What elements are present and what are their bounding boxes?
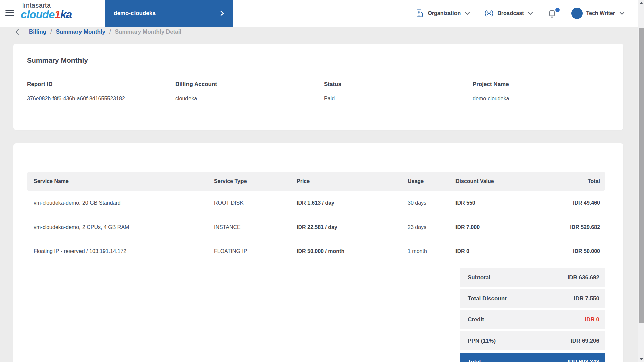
totals-row-grand-total: Total IDR 698.348 [460, 353, 605, 362]
chevron-down-icon [528, 12, 533, 15]
cell-total: IDR 50.000 [536, 248, 600, 254]
field-value: demo-cloudeka [473, 96, 621, 102]
brand-cloudeka: cloude1ka [21, 9, 72, 20]
field-label: Billing Account [175, 81, 324, 88]
cell-service-name: Floating IP - reserved / 103.191.14.172 [34, 248, 214, 254]
column-header-total: Total [536, 178, 600, 184]
totals-value: IDR 636.692 [568, 274, 599, 281]
brand-lintasarta: lintasarta [21, 2, 72, 9]
table-row: vm-cloudeka-demo, 20 GB Standard ROOT DI… [27, 191, 605, 215]
breadcrumb-summary-monthly[interactable]: Summary Monthly [56, 28, 105, 35]
cell-total: IDR 529.682 [536, 224, 600, 230]
totals-label: Total Discount [468, 295, 507, 302]
notification-bell-button[interactable] [547, 8, 557, 18]
table-header-row: Service Name Service Type Price Usage Di… [27, 172, 605, 191]
cell-usage: 30 days [408, 200, 455, 206]
column-header-usage: Usage [408, 178, 455, 184]
column-header-service-type: Service Type [214, 178, 297, 184]
totals-label: PPN (11%) [468, 338, 496, 344]
totals-row-credit: Credit IDR 0 [460, 310, 605, 329]
organization-building-icon [415, 9, 424, 18]
totals-label: Total [468, 359, 481, 362]
organization-label: Organization [428, 10, 461, 16]
billing-detail-card: Service Name Service Type Price Usage Di… [13, 143, 623, 362]
totals-row-ppn: PPN (11%) IDR 69.206 [460, 331, 605, 350]
cell-service-name: vm-cloudeka-demo, 20 GB Standard [34, 200, 214, 206]
summary-fields: Report ID 376e082b-f8f6-436b-a60f-8d1655… [27, 81, 621, 102]
scrollbar-thumb[interactable] [639, 28, 644, 323]
user-avatar [571, 8, 583, 19]
notification-badge-dot [555, 8, 560, 12]
services-table: Service Name Service Type Price Usage Di… [27, 172, 605, 263]
cell-price: IDR 1.613 / day [297, 200, 408, 206]
totals-summary: Subtotal IDR 636.692 Total Discount IDR … [460, 268, 605, 362]
field-label: Project Name [473, 81, 621, 88]
totals-value: IDR 698.348 [568, 359, 599, 362]
chevron-right-icon [220, 10, 224, 16]
chevron-down-icon [619, 12, 625, 15]
app-header: lintasarta cloude1ka demo-cloudeka [0, 0, 644, 27]
organization-menu[interactable]: Organization [415, 9, 470, 18]
field-status: Status Paid [324, 81, 473, 102]
field-label: Status [324, 81, 473, 88]
breadcrumb-billing[interactable]: Billing [29, 28, 46, 35]
back-button[interactable] [15, 28, 23, 36]
totals-value: IDR 69.206 [571, 338, 599, 344]
user-menu[interactable]: Tech Writer [571, 8, 625, 19]
page-title: Summary Monthly [27, 56, 88, 64]
cell-service-type: FLOATING IP [214, 248, 297, 254]
table-row: vm-cloudeka-demo, 2 CPUs, 4 GB RAM INSTA… [27, 215, 605, 239]
cell-service-name: vm-cloudeka-demo, 2 CPUs, 4 GB RAM [34, 224, 214, 230]
field-project-name: Project Name demo-cloudeka [473, 81, 621, 102]
breadcrumb: Billing / Summary Monthly / Summary Mont… [15, 28, 181, 36]
table-row: Floating IP - reserved / 103.191.14.172 … [27, 239, 605, 263]
cell-price: IDR 22.581 / day [297, 224, 408, 230]
totals-label: Credit [468, 316, 484, 323]
field-value: cloudeka [175, 96, 324, 102]
field-value: Paid [324, 96, 473, 102]
summary-monthly-card: Summary Monthly Report ID 376e082b-f8f6-… [13, 44, 623, 130]
field-billing-account: Billing Account cloudeka [175, 81, 324, 102]
cell-usage: 1 month [408, 248, 455, 254]
hamburger-menu-icon[interactable] [5, 8, 15, 17]
project-selector[interactable]: demo-cloudeka [105, 0, 233, 27]
cell-discount: IDR 550 [455, 200, 536, 206]
totals-value: IDR 7.550 [574, 295, 599, 302]
column-header-discount-value: Discount Value [455, 178, 536, 184]
field-report-id: Report ID 376e082b-f8f6-436b-a60f-8d1655… [27, 81, 175, 102]
column-header-service-name: Service Name [34, 178, 214, 184]
broadcast-icon [484, 9, 494, 18]
breadcrumb-current-page: Summary Monthly Detail [115, 28, 181, 35]
totals-row-total-discount: Total Discount IDR 7.550 [460, 289, 605, 308]
cell-service-type: INSTANCE [214, 224, 297, 230]
cell-usage: 23 days [408, 224, 455, 230]
totals-label: Subtotal [468, 274, 490, 281]
broadcast-menu[interactable]: Broadcast [484, 9, 533, 18]
broadcast-label: Broadcast [497, 10, 524, 16]
totals-value: IDR 0 [585, 316, 599, 323]
totals-row-subtotal: Subtotal IDR 636.692 [460, 268, 605, 287]
cell-price: IDR 50.000 / month [297, 248, 408, 254]
column-header-price: Price [297, 178, 408, 184]
cell-total: IDR 49.460 [536, 200, 600, 206]
scrollbar-down-arrow[interactable] [638, 356, 644, 362]
cell-discount: IDR 0 [455, 248, 536, 254]
brand-logo: lintasarta cloude1ka [21, 2, 72, 20]
cell-discount: IDR 7.000 [455, 224, 536, 230]
header-actions: Organization Broadcast [415, 0, 625, 27]
chevron-down-icon [465, 12, 470, 15]
scrollbar-up-arrow[interactable] [638, 0, 644, 6]
breadcrumb-separator: / [50, 28, 52, 35]
breadcrumb-separator: / [109, 28, 111, 35]
field-label: Report ID [27, 81, 175, 88]
cell-service-type: ROOT DISK [214, 200, 297, 206]
vertical-scrollbar[interactable] [638, 0, 644, 362]
user-name-label: Tech Writer [586, 10, 615, 16]
field-value: 376e082b-f8f6-436b-a60f-8d1655523182 [27, 96, 175, 102]
project-selector-label: demo-cloudeka [114, 10, 156, 17]
